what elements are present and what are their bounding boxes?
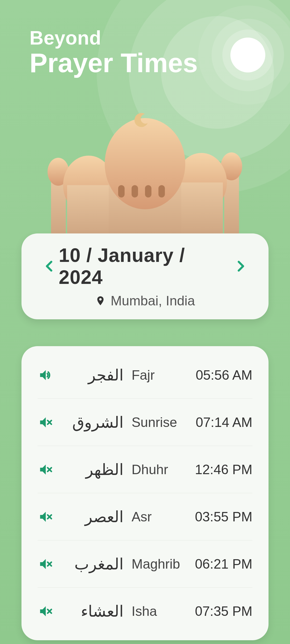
prayer-name-english: Sunrise: [132, 415, 183, 430]
prayer-time: 06:21 PM: [183, 556, 252, 572]
current-date: 10 / January / 2024: [59, 244, 231, 288]
svg-rect-13: [158, 185, 165, 197]
prayer-row: المغربMaghrib06:21 PM: [38, 540, 252, 588]
svg-point-1: [48, 158, 69, 186]
sound-toggle[interactable]: [38, 462, 62, 477]
svg-rect-2: [224, 166, 239, 244]
prayer-time: 03:55 PM: [183, 509, 252, 525]
prayer-name-arabic: الشروق: [62, 413, 132, 431]
date-location-card: 10 / January / 2024 Mumbai, India: [21, 233, 269, 319]
prayer-name-english: Fajr: [132, 367, 183, 383]
prayer-time: 07:35 PM: [183, 603, 252, 619]
prayer-name-english: Asr: [132, 509, 183, 525]
prayer-times-card: الفجرFajr05:56 AMالشروقSunrise07:14 AMال…: [21, 346, 269, 640]
location-row[interactable]: Mumbai, India: [95, 293, 195, 309]
prayer-name-arabic: الظهر: [62, 460, 132, 479]
prayer-time: 05:56 AM: [183, 367, 252, 383]
prayer-row: العشاءIsha07:35 PM: [38, 588, 252, 635]
prayer-row: العصرAsr03:55 PM: [38, 493, 252, 540]
prev-day-button[interactable]: [40, 257, 59, 276]
prayer-name-english: Isha: [132, 603, 183, 619]
svg-point-4: [63, 156, 114, 215]
title-large: Prayer Times: [30, 49, 198, 77]
sound-off-icon: [38, 462, 53, 477]
svg-marker-24: [40, 559, 46, 569]
svg-point-6: [176, 153, 227, 212]
prayer-name-arabic: المغرب: [62, 555, 132, 573]
sound-off-icon: [38, 415, 53, 430]
sound-on-icon: [38, 368, 53, 383]
mosque-illustration: [35, 105, 255, 244]
next-day-button[interactable]: [231, 257, 250, 276]
sound-off-icon: [38, 557, 53, 572]
sound-toggle[interactable]: [38, 368, 62, 383]
title-small: Beyond: [30, 27, 198, 49]
svg-rect-12: [145, 185, 151, 197]
chevron-right-icon: [233, 259, 248, 274]
sound-toggle[interactable]: [38, 509, 62, 524]
sound-toggle[interactable]: [38, 557, 62, 572]
chevron-left-icon: [42, 259, 57, 274]
location-text: Mumbai, India: [111, 293, 195, 309]
prayer-name-arabic: العصر: [62, 508, 132, 526]
svg-marker-21: [40, 512, 46, 522]
svg-rect-11: [132, 185, 138, 197]
location-pin-icon: [95, 295, 106, 306]
svg-marker-18: [40, 464, 46, 474]
svg-rect-10: [118, 185, 125, 197]
prayer-name-english: Dhuhr: [132, 462, 183, 477]
prayer-row: الظهرDhuhr12:46 PM: [38, 446, 252, 493]
svg-marker-14: [40, 370, 46, 380]
prayer-row: الفجرFajr05:56 AM: [38, 352, 252, 399]
prayer-name-arabic: العشاء: [62, 602, 132, 620]
header-title-block: Beyond Prayer Times: [30, 27, 198, 77]
svg-point-9: [105, 118, 185, 209]
prayer-name-english: Maghrib: [132, 556, 183, 572]
svg-marker-15: [40, 417, 46, 427]
prayer-row: الشروقSunrise07:14 AM: [38, 399, 252, 446]
sun-decor: [230, 38, 265, 72]
prayer-time: 12:46 PM: [183, 462, 252, 477]
sound-off-icon: [38, 604, 53, 619]
prayer-name-arabic: الفجر: [62, 366, 132, 384]
sound-off-icon: [38, 509, 53, 524]
svg-marker-27: [40, 606, 46, 616]
svg-point-3: [221, 152, 242, 180]
prayer-time: 07:14 AM: [183, 415, 252, 430]
sound-toggle[interactable]: [38, 415, 62, 430]
sound-toggle[interactable]: [38, 604, 62, 619]
